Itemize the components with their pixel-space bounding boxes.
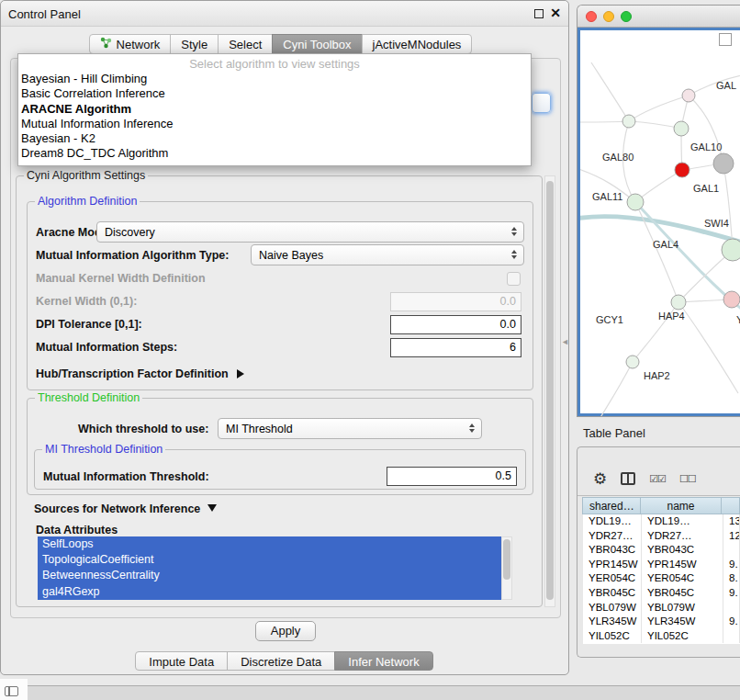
- network-node[interactable]: [622, 115, 635, 128]
- manual-kernel-checkbox[interactable]: [507, 272, 521, 286]
- node-label-gal4: GAL4: [653, 239, 678, 250]
- kernel-width-input[interactable]: 0.0: [390, 292, 521, 311]
- apply-button[interactable]: Apply: [255, 621, 316, 641]
- network-edge[interactable]: [597, 362, 633, 417]
- table-cell: YBR043C: [583, 543, 642, 558]
- bottom-tab-bar: Impute DataDiscretize DataInfer Network: [1, 651, 568, 671]
- network-edge[interactable]: [689, 96, 723, 164]
- popup-placeholder-item[interactable]: Select algorithm to view settings: [18, 57, 531, 72]
- network-node[interactable]: [675, 163, 690, 177]
- table-row[interactable]: YBL079WYBL079W: [583, 601, 740, 615]
- algorithm-option-basic-correlation-inference[interactable]: Basic Correlation Inference: [18, 86, 531, 101]
- control-panel-window: Control Panel ✕ NetworkStyleSelectCyni T…: [0, 0, 569, 675]
- minimize-traffic-light[interactable]: [603, 11, 614, 22]
- table-row[interactable]: YLR345WYLR345W9.: [583, 615, 740, 629]
- combo-arrows-icon: [469, 423, 475, 433]
- network-edge[interactable]: [591, 62, 629, 121]
- aracne-mode-select[interactable]: Discovery: [96, 221, 524, 243]
- table-row[interactable]: YBR045CYBR045C9.: [583, 586, 740, 601]
- column-header-extra[interactable]: [721, 497, 740, 514]
- algorithm-option-list: Bayesian - Hill ClimbingBasic Correlatio…: [18, 72, 531, 162]
- tab-network[interactable]: Network: [89, 34, 172, 54]
- table-cell: YDL19…: [642, 514, 723, 529]
- bottom-tab-infer-network[interactable]: Infer Network: [334, 651, 432, 671]
- network-edge[interactable]: [678, 302, 738, 393]
- node-label-gal: GAL: [716, 80, 736, 91]
- network-node[interactable]: [713, 153, 734, 174]
- scrollbar-thumb[interactable]: [503, 539, 510, 580]
- network-node[interactable]: [682, 89, 695, 102]
- mi-threshold-input[interactable]: 0.5: [387, 467, 517, 486]
- scrollbar-thumb[interactable]: [546, 181, 554, 600]
- which-threshold-value: MI Threshold: [226, 423, 293, 435]
- table-cell: 13: [723, 514, 740, 529]
- algorithm-option-bayesian-hill-climbing[interactable]: Bayesian - Hill Climbing: [18, 72, 531, 86]
- tab-label: jActiveMNodules: [373, 38, 462, 51]
- network-canvas[interactable]: GALGAL80GAL10GAL11GAL1SWI4GAL4GCY1HAP4HA…: [577, 28, 740, 416]
- table-row[interactable]: YDR27…YDR27…12: [583, 529, 740, 544]
- mi-steps-input[interactable]: 6: [390, 338, 521, 357]
- network-node[interactable]: [627, 194, 644, 210]
- table-row[interactable]: YDL19…YDL19…13: [583, 514, 740, 529]
- column-header-name[interactable]: name: [640, 497, 722, 514]
- panel-toggle-icon[interactable]: [5, 686, 18, 696]
- tab-select[interactable]: Select: [218, 34, 273, 54]
- table-cell: YIL052C: [642, 629, 723, 644]
- data-attributes-list: SelfLoopsTopologicalCoefficientBetweenne…: [38, 536, 501, 600]
- node-label-swi4: SWI4: [704, 218, 729, 229]
- refresh-button[interactable]: [532, 93, 551, 113]
- column-header-shared-[interactable]: shared…: [582, 497, 641, 514]
- hub-section-toggle[interactable]: Hub/Transcription Factor Definition: [36, 367, 244, 380]
- table-row[interactable]: YIL052CYIL052C: [583, 629, 740, 644]
- attribute-item-betweennesscentrality[interactable]: BetweennessCentrality: [38, 568, 501, 583]
- attribute-item-topologicalcoefficient[interactable]: TopologicalCoefficient: [38, 552, 501, 568]
- network-edge[interactable]: [629, 121, 681, 129]
- network-icon: [100, 37, 112, 51]
- algorithm-option-dream8-dc-tdc-algorithm[interactable]: Dream8 DC_TDC Algorithm: [18, 146, 531, 161]
- tab-label: Style: [181, 38, 207, 51]
- table-row[interactable]: YBR043CYBR043C: [583, 543, 740, 558]
- table-row[interactable]: YER054CYER054C8.: [583, 571, 740, 586]
- columns-icon[interactable]: [621, 472, 635, 485]
- algorithm-option-aracne-algorithm[interactable]: ARACNE Algorithm: [18, 102, 531, 117]
- tab-label: Cyni Toolbox: [283, 38, 351, 51]
- close-icon[interactable]: ✕: [550, 6, 561, 20]
- attribute-item-gal4rgexp[interactable]: gal4RGexp: [38, 584, 501, 600]
- network-node[interactable]: [671, 295, 686, 310]
- zoom-traffic-light[interactable]: [621, 11, 632, 22]
- network-edge[interactable]: [580, 121, 629, 122]
- attributes-scrollbar[interactable]: [501, 536, 512, 600]
- select-all-icon[interactable]: ☑☑: [649, 473, 666, 485]
- table-cell: 12: [723, 529, 740, 544]
- deselect-all-icon[interactable]: ☐☐: [679, 473, 696, 485]
- algorithm-option-mutual-information-inference[interactable]: Mutual Information Inference: [18, 117, 531, 131]
- close-traffic-light[interactable]: [586, 11, 597, 22]
- toolbar-separator: [577, 495, 740, 496]
- network-overview-box[interactable]: [719, 33, 732, 46]
- tab-jactivemnodules[interactable]: jActiveMNodules: [362, 34, 473, 54]
- bottom-tab-discretize-data[interactable]: Discretize Data: [227, 651, 335, 671]
- network-edge[interactable]: [635, 202, 678, 302]
- which-threshold-select[interactable]: MI Threshold: [218, 418, 482, 439]
- tab-style[interactable]: Style: [170, 34, 219, 54]
- network-node[interactable]: [674, 121, 689, 136]
- table-row[interactable]: YPR145WYPR145W9.: [583, 558, 740, 572]
- dpi-tolerance-input[interactable]: 0.0: [390, 315, 521, 334]
- table-cell: YLR345W: [642, 615, 723, 629]
- settings-scrollbar[interactable]: [544, 175, 555, 607]
- network-node[interactable]: [722, 239, 740, 261]
- network-edge[interactable]: [629, 96, 689, 121]
- collapse-panel-arrow[interactable]: ◄: [561, 337, 569, 346]
- algorithm-option-bayesian-k2[interactable]: Bayesian - K2: [18, 131, 531, 146]
- mi-type-select[interactable]: Naive Bayes: [251, 244, 524, 265]
- attribute-item-selfloops[interactable]: SelfLoops: [38, 536, 501, 552]
- network-node[interactable]: [626, 356, 639, 368]
- float-window-icon[interactable]: [534, 9, 544, 18]
- tab-cyni-toolbox[interactable]: Cyni Toolbox: [272, 34, 362, 54]
- sources-section-toggle[interactable]: Sources for Network Inference: [34, 502, 217, 515]
- gear-icon[interactable]: ⚙: [593, 471, 607, 487]
- bottom-tab-impute-data[interactable]: Impute Data: [135, 651, 228, 671]
- node-label-gal10: GAL10: [690, 141, 722, 152]
- network-node[interactable]: [723, 291, 740, 308]
- table-cell: YPR145W: [583, 558, 642, 572]
